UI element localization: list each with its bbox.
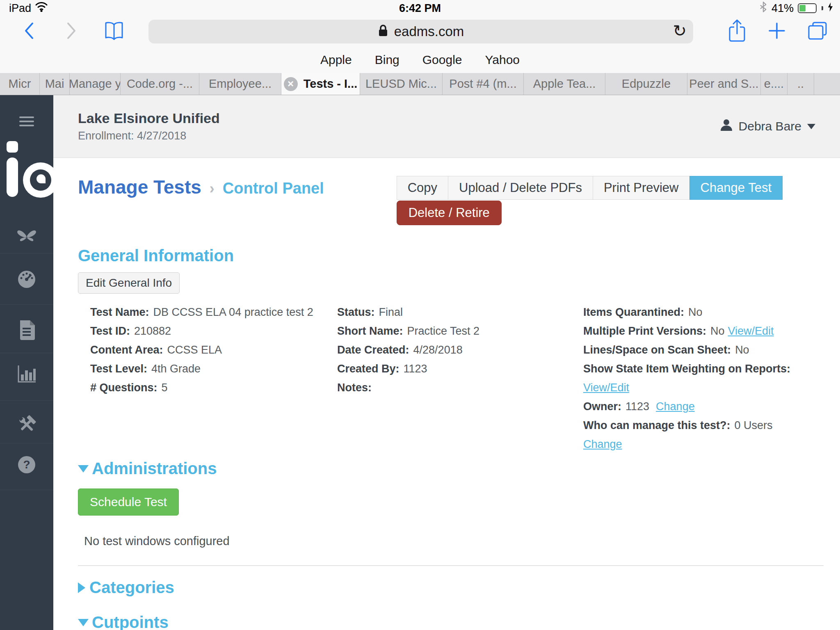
browser-toolbar: eadms.com ↻ — [0, 16, 840, 47]
delete-retire-button[interactable]: Delete / Retire — [397, 201, 502, 225]
close-tab-icon[interactable]: × — [284, 77, 298, 91]
change-managers-link[interactable]: Change — [583, 438, 622, 450]
district-name: Lake Elsinore Unified — [78, 110, 220, 126]
tab-bar: Micr Mai Manage y Code.org -... Employee… — [0, 73, 840, 95]
browser-tab[interactable]: e.... — [761, 73, 788, 95]
info-row: Who can manage this test?:0 Users — [583, 416, 824, 435]
tab-overview-button[interactable] — [807, 21, 828, 42]
info-row: # Questions:5 — [90, 378, 337, 397]
enrollment-date: Enrollment: 4/27/2018 — [78, 130, 220, 142]
browser-tab[interactable]: Post #4 (m... — [443, 73, 524, 95]
share-button[interactable] — [728, 19, 746, 44]
info-row: Test ID:210882 — [90, 322, 337, 340]
view-edit-link[interactable]: View/Edit — [583, 381, 629, 394]
dashboard-icon[interactable] — [0, 270, 53, 289]
user-name: Debra Bare — [739, 119, 801, 133]
collapse-triangle-icon — [78, 619, 89, 626]
screen: iPad 6:42 PM 41% eadms.com ↻ Apple Bi — [0, 0, 840, 630]
favorites-bar: Apple Bing Google Yahoo — [0, 47, 840, 73]
edit-general-info-button[interactable]: Edit General Info — [78, 272, 180, 294]
battery-nub — [822, 6, 823, 10]
browser-tab[interactable]: .. — [788, 73, 814, 95]
breadcrumb-control-panel: Control Panel — [223, 180, 324, 197]
bookmark-bing[interactable]: Bing — [375, 53, 399, 67]
browser-tab[interactable]: Code.org -... — [121, 73, 199, 95]
documents-icon[interactable] — [0, 320, 53, 340]
reload-button[interactable]: ↻ — [673, 23, 687, 39]
browser-tab[interactable]: Mai — [40, 73, 70, 95]
url-text: eadms.com — [394, 24, 464, 39]
bookmark-apple[interactable]: Apple — [320, 53, 352, 67]
view-edit-link[interactable]: View/Edit — [728, 325, 774, 337]
info-row: Owner:1123Change — [583, 397, 824, 416]
browser-tab[interactable]: Peer and S... — [687, 73, 761, 95]
info-row: Test Name:DB CCSS ELA 04 practice test 2 — [90, 303, 337, 322]
section-divider — [78, 565, 824, 566]
info-row: View/Edit — [583, 378, 824, 397]
info-row: Short Name:Practice Test 2 — [337, 322, 583, 340]
butterfly-icon[interactable] — [0, 228, 53, 246]
menu-icon[interactable] — [19, 116, 34, 129]
bookmark-yahoo[interactable]: Yahoo — [485, 53, 520, 67]
back-button[interactable] — [23, 22, 34, 41]
main-content: Manage Tests › Control Panel Copy Upload… — [53, 158, 840, 630]
change-test-button[interactable]: Change Test — [689, 176, 783, 200]
bookmark-google[interactable]: Google — [422, 53, 462, 67]
info-row: Multiple Print Versions:NoView/Edit — [583, 322, 824, 340]
print-preview-button[interactable]: Print Preview — [593, 176, 690, 200]
breadcrumb: Manage Tests › Control Panel — [78, 176, 324, 198]
change-owner-link[interactable]: Change — [656, 400, 695, 413]
user-menu[interactable]: Debra Bare — [720, 119, 815, 135]
administrations-heading[interactable]: Administrations — [78, 459, 824, 478]
help-icon[interactable]: ? — [0, 456, 53, 474]
browser-tab[interactable]: Edpuzzle — [605, 73, 687, 95]
lock-icon — [378, 24, 388, 39]
no-test-windows-message: No test windows configured — [78, 534, 824, 548]
info-row: Created By:1123 — [337, 359, 583, 378]
categories-heading[interactable]: Categories — [78, 578, 824, 597]
schedule-test-button[interactable]: Schedule Test — [78, 488, 179, 516]
chevron-down-icon — [807, 124, 815, 129]
info-row: Show State Item Weighting on Reports: — [583, 359, 824, 378]
new-tab-button[interactable] — [768, 22, 786, 41]
browser-tab[interactable]: Apple Tea... — [524, 73, 605, 95]
info-row: Content Area:CCSS ELA — [90, 340, 337, 359]
reports-chart-icon[interactable] — [0, 365, 53, 383]
user-icon — [720, 119, 733, 135]
info-row: Lines/Space on Scan Sheet:No — [583, 340, 824, 359]
browser-tab-active[interactable]: ×Tests - I... — [281, 73, 360, 95]
browser-tab[interactable]: Micr — [0, 73, 40, 95]
info-row: Change — [583, 435, 824, 454]
device-label: iPad — [9, 2, 31, 15]
info-row: Date Created:4/28/2018 — [337, 340, 583, 359]
wifi-icon — [35, 1, 48, 15]
tab-bar-filler — [814, 73, 840, 95]
test-actions: Copy Upload / Delete PDFs Print Preview … — [397, 176, 783, 225]
copy-button[interactable]: Copy — [397, 176, 448, 200]
info-row: Notes: — [337, 378, 583, 397]
charging-bolt-icon — [827, 2, 833, 15]
info-row: Status:Final — [337, 303, 583, 322]
expand-triangle-icon — [78, 582, 85, 593]
clock: 6:42 PM — [399, 0, 441, 16]
browser-tab[interactable]: LEUSD Mic... — [360, 73, 443, 95]
general-info-grid: Test Name:DB CCSS ELA 04 practice test 2… — [78, 303, 824, 454]
general-information-heading: General Information — [78, 247, 824, 265]
app-sidebar: ? — [0, 95, 53, 630]
breadcrumb-manage-tests[interactable]: Manage Tests — [78, 176, 201, 198]
bookmarks-button[interactable] — [103, 21, 125, 42]
upload-delete-pdfs-button[interactable]: Upload / Delete PDFs — [448, 176, 593, 200]
collapse-triangle-icon — [78, 465, 89, 472]
tools-icon[interactable] — [0, 415, 53, 434]
svg-text:?: ? — [23, 458, 30, 471]
battery-icon — [798, 3, 817, 13]
browser-tab[interactable]: Manage y — [70, 73, 121, 95]
address-bar[interactable]: eadms.com ↻ — [148, 20, 693, 43]
forward-button[interactable] — [66, 22, 77, 41]
info-row: Items Quarantined:No — [583, 303, 824, 322]
browser-tab[interactable]: Employee... — [199, 73, 281, 95]
cutpoints-heading[interactable]: Cutpoints — [78, 613, 824, 630]
battery-percent: 41% — [772, 2, 794, 15]
chevron-right-icon: › — [210, 180, 215, 197]
workspace-header: Lake Elsinore Unified Enrollment: 4/27/2… — [53, 95, 840, 158]
